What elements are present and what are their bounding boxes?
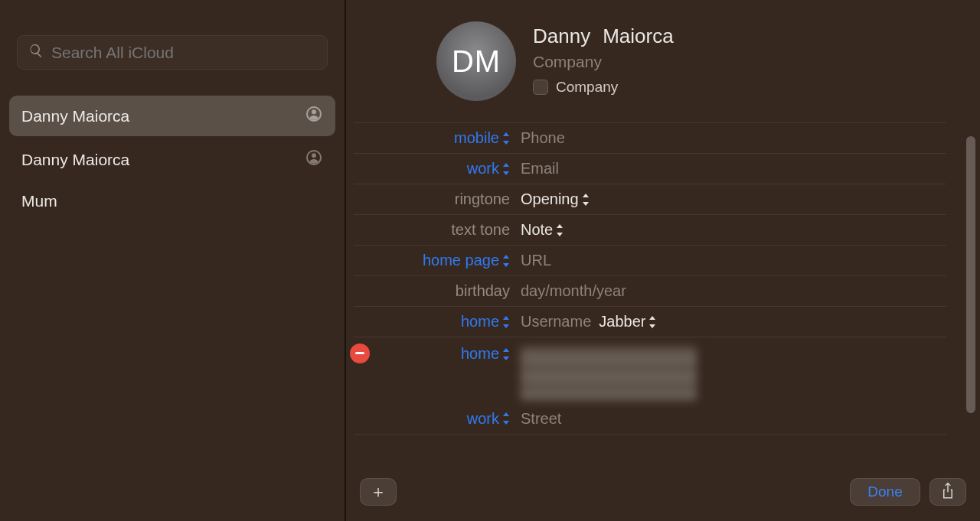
address-type-selector[interactable]: home: [461, 345, 510, 363]
field-rows: mobile Phone work Email ringtone Opening: [354, 122, 946, 435]
last-name[interactable]: Maiorca: [603, 24, 673, 48]
row-phone: mobile Phone: [354, 122, 946, 153]
row-homepage: home page URL: [354, 245, 946, 275]
chevron-updown-icon: [502, 316, 510, 328]
chevron-updown-icon: [502, 412, 510, 425]
phone-type-selector[interactable]: mobile: [454, 129, 510, 147]
company-field[interactable]: Company: [533, 53, 674, 71]
search-input[interactable]: [51, 44, 316, 62]
im-service-selector[interactable]: Jabber: [599, 313, 656, 331]
chevron-updown-icon: [582, 194, 590, 206]
homepage-type-selector[interactable]: home page: [423, 252, 510, 269]
scrollbar[interactable]: [966, 136, 975, 413]
birthday-input[interactable]: day/month/year: [521, 282, 626, 300]
chevron-updown-icon: [502, 348, 510, 360]
done-button[interactable]: Done: [850, 478, 920, 506]
contact-item[interactable]: Danny Maiorca: [9, 139, 335, 180]
homepage-input[interactable]: URL: [521, 252, 551, 269]
chevron-updown-icon: [502, 132, 510, 145]
email-input[interactable]: Email: [521, 160, 559, 177]
email-type-selector[interactable]: work: [467, 160, 510, 177]
avatar-initials: DM: [452, 44, 501, 79]
chevron-updown-icon: [502, 163, 510, 175]
contact-name: Danny Maiorca: [21, 151, 129, 169]
texttone-selector[interactable]: Note: [521, 221, 564, 239]
address-type-selector[interactable]: work: [467, 410, 510, 428]
street-input[interactable]: Street: [521, 410, 561, 428]
sidebar: Danny Maiorca Danny Maiorca Mum: [0, 0, 346, 521]
search-field[interactable]: [17, 35, 328, 70]
contact-header: DM Danny Maiorca Company Company: [346, 21, 980, 122]
first-name[interactable]: Danny: [533, 24, 590, 48]
contact-list: Danny Maiorca Danny Maiorca Mum: [8, 96, 337, 220]
footer: ＋ Done: [346, 471, 980, 521]
im-username-input[interactable]: Username: [521, 313, 591, 331]
detail-pane: DM Danny Maiorca Company Company mobile …: [346, 0, 980, 521]
im-type-selector[interactable]: home: [461, 313, 510, 331]
row-ringtone: ringtone Opening: [354, 184, 946, 214]
person-circle-icon: [305, 105, 323, 127]
add-button[interactable]: ＋: [360, 478, 397, 506]
search-icon: [28, 43, 44, 62]
chevron-updown-icon: [556, 224, 564, 236]
phone-input[interactable]: Phone: [521, 129, 565, 147]
chevron-updown-icon: [648, 316, 656, 328]
row-address-home: home: [354, 337, 946, 403]
contact-item[interactable]: Mum: [9, 183, 335, 220]
birthday-label: birthday: [456, 282, 510, 299]
ringtone-label: ringtone: [455, 190, 510, 207]
delete-row-button[interactable]: [350, 344, 370, 363]
redacted-address: [521, 347, 697, 400]
contact-item[interactable]: Danny Maiorca: [9, 96, 335, 136]
row-email: work Email: [354, 153, 946, 184]
company-checkbox[interactable]: Company: [533, 79, 674, 96]
name-field[interactable]: Danny Maiorca: [533, 24, 674, 48]
share-button[interactable]: [929, 478, 966, 506]
row-birthday: birthday day/month/year: [354, 275, 946, 306]
ringtone-selector[interactable]: Opening: [521, 190, 590, 208]
checkbox-icon[interactable]: [533, 80, 548, 95]
chevron-updown-icon: [502, 255, 510, 267]
row-texttone: text tone Note: [354, 214, 946, 245]
avatar[interactable]: DM: [436, 21, 516, 101]
texttone-label: text tone: [451, 221, 510, 238]
share-icon: [941, 482, 955, 502]
person-circle-icon: [305, 148, 323, 171]
row-im: home Username Jabber: [354, 306, 946, 337]
contact-name: Mum: [21, 192, 57, 210]
company-checkbox-label: Company: [556, 79, 618, 96]
plus-icon: ＋: [370, 480, 387, 503]
row-address-work: work Street: [354, 403, 946, 434]
contact-name: Danny Maiorca: [21, 107, 129, 125]
